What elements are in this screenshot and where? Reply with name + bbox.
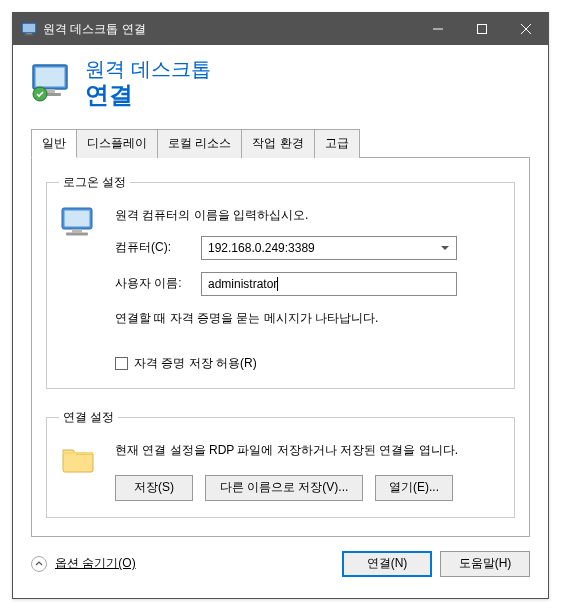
help-button[interactable]: 도움말(H)	[440, 551, 530, 577]
tab-display[interactable]: 디스플레이	[76, 129, 158, 158]
svg-rect-2	[26, 33, 32, 35]
logon-legend: 로그온 설정	[59, 174, 130, 191]
tab-local-resources[interactable]: 로컬 리소스	[157, 129, 242, 158]
window-controls	[416, 13, 548, 45]
svg-rect-15	[72, 229, 82, 233]
window-title: 원격 데스크톱 연결	[43, 21, 416, 38]
connection-legend: 연결 설정	[59, 409, 118, 426]
svg-rect-16	[66, 232, 88, 235]
banner-monitor-icon	[31, 62, 71, 104]
maximize-button[interactable]	[460, 13, 504, 45]
banner-text: 원격 데스크톱 연결	[85, 57, 211, 110]
svg-rect-3	[24, 35, 34, 36]
tab-experience[interactable]: 작업 환경	[241, 129, 314, 158]
close-button[interactable]	[504, 13, 548, 45]
credential-note: 연결할 때 자격 증명을 묻는 메시지가 나타납니다.	[115, 310, 502, 327]
connection-settings-group: 연결 설정 현재 연결 설정을 RDP 파일에 저장하거나 저장된 연결을 엽니…	[46, 409, 515, 518]
save-button[interactable]: 저장(S)	[115, 475, 193, 501]
computer-combobox[interactable]: 192.168.0.249:3389	[201, 236, 457, 260]
save-credentials-checkbox[interactable]	[115, 357, 128, 370]
svg-rect-14	[65, 210, 90, 226]
svg-rect-1	[23, 24, 35, 32]
save-credentials-label: 자격 증명 저장 허용(R)	[134, 355, 257, 372]
svg-rect-5	[478, 25, 487, 34]
titlebar: 원격 데스크톱 연결	[13, 13, 548, 45]
computer-label: 컴퓨터(C):	[115, 239, 193, 256]
tab-panel-general: 로그온 설정 원격 컴퓨터의 이름을 입력하십시오. 컴퓨터(C):	[31, 157, 530, 537]
computer-icon	[59, 205, 103, 372]
tab-strip: 일반 디스플레이 로컬 리소스 작업 환경 고급	[31, 129, 548, 158]
banner-line1: 원격 데스크톱	[85, 57, 211, 81]
folder-icon	[59, 440, 103, 501]
tab-advanced[interactable]: 고급	[314, 129, 360, 158]
connection-description: 현재 연결 설정을 RDP 파일에 저장하거나 저장된 연결을 엽니다.	[115, 442, 502, 459]
username-value: administrator	[208, 277, 277, 291]
logon-instruction: 원격 컴퓨터의 이름을 입력하십시오.	[115, 207, 502, 224]
computer-value: 192.168.0.249:3389	[208, 241, 315, 255]
rdc-window: 원격 데스크톱 연결 원격 데스크톱 연결 일반 디스플레이 로컬 리소스 작	[12, 12, 549, 599]
tab-general[interactable]: 일반	[31, 129, 77, 158]
username-input[interactable]: administrator	[201, 272, 457, 296]
save-as-button[interactable]: 다른 이름으로 저장(V)...	[205, 475, 363, 501]
banner-line2: 연결	[85, 81, 211, 110]
open-button[interactable]: 열기(E)...	[375, 475, 453, 501]
options-toggle-icon[interactable]	[31, 556, 47, 572]
app-icon	[21, 21, 37, 37]
username-label: 사용자 이름:	[115, 275, 193, 292]
svg-rect-9	[36, 68, 65, 87]
banner: 원격 데스크톱 연결	[13, 45, 548, 128]
connect-button[interactable]: 연결(N)	[342, 551, 432, 577]
minimize-button[interactable]	[416, 13, 460, 45]
options-toggle-link[interactable]: 옵션 숨기기(O)	[55, 555, 136, 572]
footer: 옵션 숨기기(O) 연결(N) 도움말(H)	[13, 551, 548, 595]
logon-settings-group: 로그온 설정 원격 컴퓨터의 이름을 입력하십시오. 컴퓨터(C):	[46, 174, 515, 389]
text-caret	[277, 277, 278, 291]
